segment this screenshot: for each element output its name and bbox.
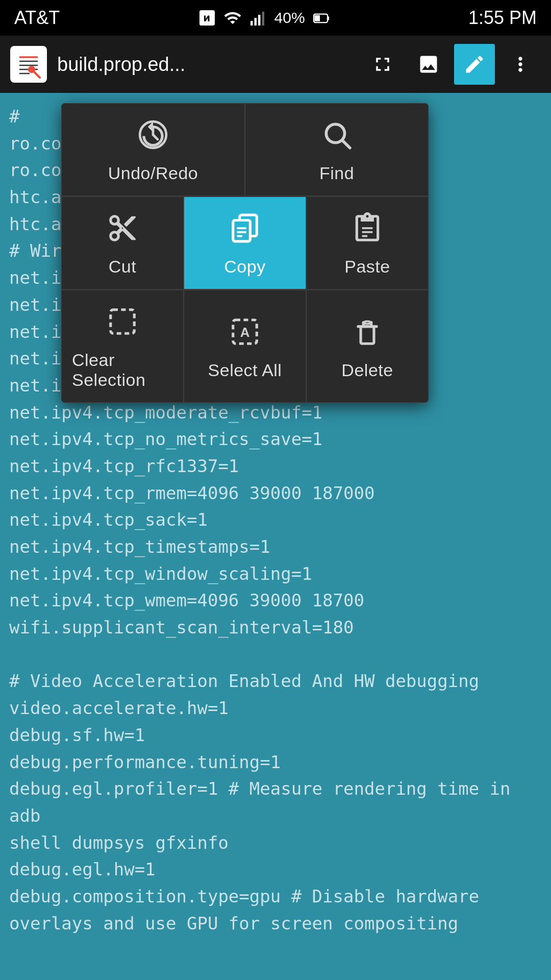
app-icon [10,46,47,83]
find-button[interactable]: Find [245,103,429,196]
svg-rect-1 [254,18,257,26]
copy-icon [229,212,261,249]
cut-button[interactable]: Cut [61,197,184,289]
signal-icon [249,9,267,27]
paste-label: Paste [344,257,390,277]
svg-rect-31 [361,326,374,344]
svg-rect-28 [111,310,135,334]
more-icon [509,53,532,76]
status-icons: 40% [198,9,331,27]
content-area: # ro.co... ro.co... htc.au... htc.au... … [0,93,551,980]
wifi-icon [223,9,242,27]
paste-button[interactable]: Paste [306,197,429,289]
clear-selection-icon [107,306,138,342]
status-bar: AT&T 40% 1:55 PM [0,0,551,36]
svg-rect-5 [328,16,329,20]
delete-icon [352,316,383,352]
context-menu-row-1: Undo/Redo Find [61,103,429,196]
app-bar: build.prop.ed... [0,36,551,93]
svg-line-17 [153,135,158,139]
select-all-button[interactable]: A Select All [184,290,306,403]
svg-rect-3 [262,12,264,26]
cut-label: Cut [109,257,136,277]
pencil-icon [463,53,486,76]
expand-icon [371,53,394,76]
context-menu-row-3: Clear Selection A Select All [61,290,429,403]
svg-rect-7 [14,50,43,79]
svg-point-36 [364,321,371,324]
paste-icon [352,212,383,249]
clear-selection-button[interactable]: Clear Selection [61,290,184,403]
select-all-label: Select All [208,360,282,380]
find-label: Find [319,163,354,183]
svg-line-19 [343,141,350,148]
svg-rect-21 [233,220,251,241]
delete-label: Delete [341,360,393,380]
cut-icon [107,212,138,249]
battery-icon [312,9,331,27]
copy-button[interactable]: Copy [184,197,306,289]
svg-rect-2 [258,15,261,26]
clock-label: 1:55 PM [468,7,537,29]
context-menu-overlay[interactable]: Undo/Redo Find [0,93,551,980]
svg-rect-6 [314,15,320,21]
nfc-icon [198,9,216,27]
svg-rect-0 [251,21,253,26]
context-menu: Undo/Redo Find [61,103,429,403]
fullscreen-button[interactable] [362,44,403,85]
edit-button[interactable] [454,44,495,85]
svg-text:A: A [240,325,250,339]
select-all-icon: A [229,316,261,352]
image-button[interactable] [408,44,449,85]
copy-label: Copy [224,257,265,277]
undo-redo-label: Undo/Redo [108,163,198,183]
carrier-label: AT&T [14,7,60,29]
battery-percentage: 40% [274,9,305,27]
delete-button[interactable]: Delete [306,290,429,403]
clear-selection-label: Clear Selection [72,350,173,390]
find-icon [321,119,353,155]
svg-point-14 [28,66,35,73]
undo-redo-icon [137,119,169,155]
app-icon-graphic [14,50,43,79]
toolbar-icons [362,44,541,85]
more-button[interactable] [500,44,541,85]
app-title: build.prop.ed... [57,54,352,76]
context-menu-row-2: Cut [61,197,429,289]
image-icon [417,53,440,76]
undo-redo-button[interactable]: Undo/Redo [61,103,245,196]
